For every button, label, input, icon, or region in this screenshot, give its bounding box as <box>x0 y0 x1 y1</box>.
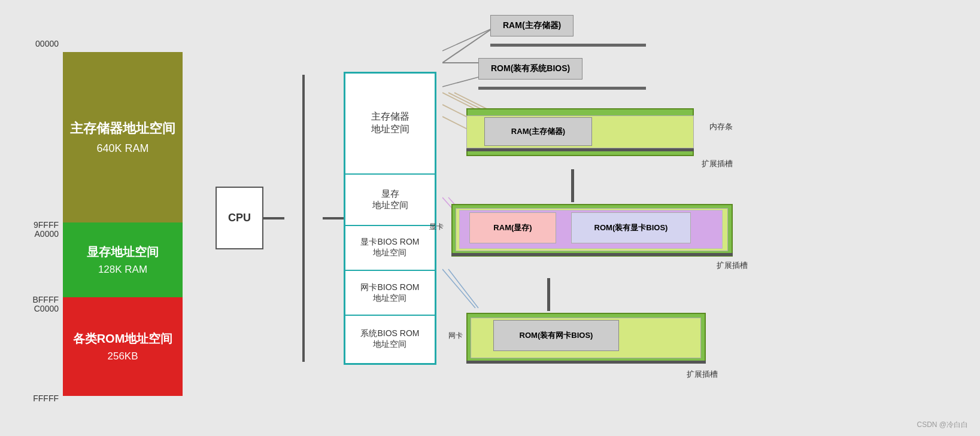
right-section: RAM(主存储器) ROM(装有系统BIOS) RAM(主存储器) <box>442 15 962 422</box>
addr-fffff: FFFFF <box>18 394 59 403</box>
expansion-label-3: 扩展插槽 <box>687 369 718 380</box>
ram-main-hw-box: RAM(主存储器) <box>490 15 574 36</box>
as-section-vram: 显存地址空间 <box>345 175 435 226</box>
addr-a0000: A0000 <box>18 229 59 239</box>
mem-block-vram: 显存地址空间 128K RAM <box>63 222 183 297</box>
as-section-main: 主存储器地址空间 <box>345 74 435 175</box>
addr-00000: 00000 <box>18 39 59 48</box>
main-container: 00000 主存储器地址空间 640K RAM 9FFFF A0000 显存地址… <box>0 0 980 436</box>
svg-line-3 <box>442 77 478 87</box>
ncard-hbar <box>466 361 706 364</box>
ram-main-inner-box: RAM(主存储器) <box>484 117 592 146</box>
ram-sub: 640K RAM <box>96 142 148 155</box>
ram-vram-box: RAM(显存) <box>469 212 556 243</box>
bus-line <box>302 75 305 362</box>
addr-9ffff: 9FFFF <box>18 220 59 230</box>
as-section-sbios: 系统BIOS ROM地址空间 <box>345 316 435 362</box>
expansion-label-1: 扩展插槽 <box>702 158 733 169</box>
vram-title: 显存地址空间 <box>87 244 159 260</box>
mem-stick-hbar <box>466 148 694 151</box>
cpu-box: CPU <box>216 187 263 249</box>
as-vram-label: 显存地址空间 <box>372 188 408 211</box>
svg-line-12 <box>448 269 478 308</box>
rom-vbios-label: ROM(装有显卡BIOS) <box>594 222 668 233</box>
v-connector-2 <box>547 278 550 311</box>
addr-c0000: C0000 <box>18 304 59 313</box>
mem-stick-label: 内存条 <box>709 121 733 132</box>
v-connector-1 <box>571 169 574 202</box>
svg-line-2 <box>442 29 490 51</box>
rom-sub: 256KB <box>107 350 138 362</box>
ram-title: 主存储器地址空间 <box>70 120 175 138</box>
as-vbios-label: 显卡BIOS ROM地址空间 <box>360 237 419 258</box>
middle-section: CPU 主存储器地址空间 显存地址空间 显卡BIOS ROM地址空间 网卡BIO… <box>216 72 436 365</box>
rom-title: 各类ROM地址空间 <box>73 331 173 347</box>
left-section: 00000 主存储器地址空间 640K RAM 9FFFF A0000 显存地址… <box>18 39 186 398</box>
rom-bios-hw-box: ROM(装有系统BIOS) <box>478 58 582 80</box>
vcard-hbar <box>451 253 733 256</box>
vram-sub: 128K RAM <box>98 264 147 276</box>
as-sbios-label: 系统BIOS ROM地址空间 <box>360 328 419 350</box>
svg-line-11 <box>442 269 475 308</box>
cpu-label: CPU <box>228 212 251 224</box>
as-section-nbios: 网卡BIOS ROM地址空间 <box>345 271 435 316</box>
address-space-box: 主存储器地址空间 显存地址空间 显卡BIOS ROM地址空间 网卡BIOS RO… <box>344 72 436 365</box>
ram-main-inner-label: RAM(主存储器) <box>511 126 565 137</box>
video-card-area: RAM(显存) ROM(装有显卡BIOS) 显卡 扩展插槽 <box>442 199 748 271</box>
expansion-label-2: 扩展插槽 <box>717 260 748 271</box>
bus-as-connector <box>323 217 344 219</box>
net-card-area: ROM(装有网卡BIOS) 网卡 扩展插槽 <box>442 308 718 380</box>
rom-nbios-box: ROM(装有网卡BIOS) <box>493 320 619 351</box>
wangka-label: 网卡 <box>448 331 463 341</box>
mem-block-rom: 各类ROM地址空间 256KB <box>63 297 183 396</box>
ram-main-label: RAM(主存储器) <box>503 20 561 30</box>
rom-nbios-label: ROM(装有网卡BIOS) <box>520 330 593 341</box>
ram-vram-label: RAM(显存) <box>493 222 532 233</box>
ram-main-hbar <box>490 44 646 47</box>
as-main-label: 主存储器地址空间 <box>371 111 409 136</box>
as-nbios-label: 网卡BIOS ROM地址空间 <box>360 282 419 304</box>
mem-block-ram: 主存储器地址空间 640K RAM <box>63 52 183 222</box>
rom-vbios-box: ROM(装有显卡BIOS) <box>571 212 691 243</box>
cpu-bus-connector <box>263 217 284 219</box>
rom-bios-hbar <box>478 87 646 90</box>
as-section-vbios: 显卡BIOS ROM地址空间 <box>345 226 435 271</box>
xianqia-label: 显卡 <box>429 222 444 232</box>
mem-stick-area: RAM(主存储器) 内存条 扩展插槽 <box>442 103 736 169</box>
rom-bios-label: ROM(装有系统BIOS) <box>491 63 570 73</box>
addr-bffff: BFFFF <box>18 295 59 304</box>
watermark: CSDN @冷白白 <box>917 420 968 430</box>
